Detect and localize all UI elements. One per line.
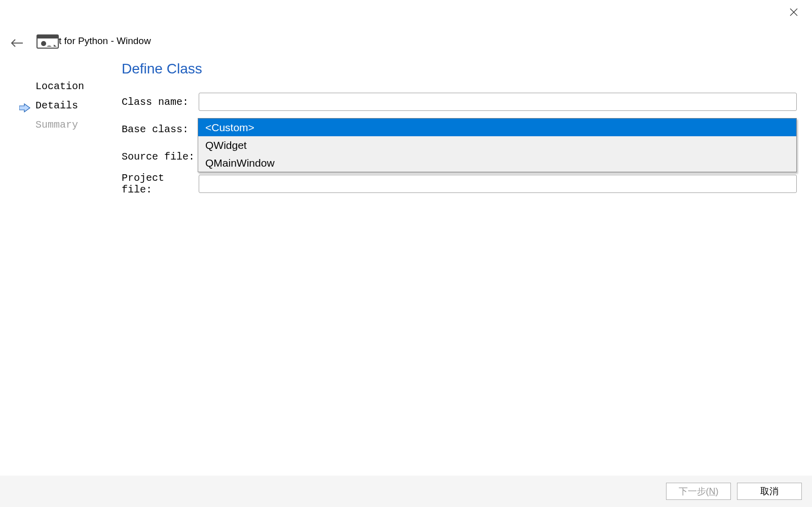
- sidebar-item-details[interactable]: Details: [35, 96, 112, 115]
- back-button[interactable]: [9, 35, 24, 51]
- svg-rect-4: [37, 35, 58, 38]
- sidebar-item-label: Summary: [35, 119, 78, 131]
- page-title: Define Class: [122, 61, 797, 77]
- next-button-suffix: ): [716, 486, 719, 497]
- dropdown-option-custom[interactable]: <Custom>: [198, 119, 796, 136]
- label-source-file: Source file:: [122, 151, 199, 163]
- close-icon: [790, 8, 798, 16]
- sidebar-item-location[interactable]: Location: [35, 77, 112, 96]
- row-class-name: Class name:: [122, 92, 797, 111]
- close-button[interactable]: [789, 7, 799, 17]
- footer-bar: 下一步(N) 取消: [0, 476, 812, 507]
- sidebar-item-label: Details: [35, 100, 78, 111]
- sidebar-item-summary: Summary: [35, 115, 112, 135]
- arrow-left-icon: [10, 38, 23, 48]
- label-project-file: Project file:: [122, 172, 199, 196]
- sidebar-item-label: Location: [35, 81, 84, 92]
- wizard-steps-sidebar: Location Details Summary: [35, 77, 112, 135]
- row-project-file: Project file:: [122, 174, 797, 193]
- input-project-file[interactable]: [199, 175, 797, 193]
- dropdown-option-qwidget[interactable]: QWidget: [198, 136, 796, 154]
- current-step-indicator-icon: [19, 100, 30, 109]
- svg-marker-7: [19, 104, 30, 112]
- label-class-name: Class name:: [122, 96, 199, 108]
- app-icon: [35, 33, 60, 50]
- next-button-prefix: 下一步(: [679, 485, 709, 497]
- next-button-key: N: [709, 486, 716, 497]
- wizard-title: t for Python - Window: [59, 35, 151, 47]
- base-class-dropdown[interactable]: <Custom> QWidget QMainWindow: [198, 118, 797, 172]
- dropdown-option-qmainwindow[interactable]: QMainWindow: [198, 154, 796, 172]
- svg-marker-6: [54, 45, 57, 47]
- label-base-class: Base class:: [122, 124, 199, 135]
- input-class-name[interactable]: [199, 93, 797, 111]
- dropdown-list: <Custom> QWidget QMainWindow: [198, 118, 797, 172]
- svg-point-5: [41, 41, 46, 46]
- cancel-button[interactable]: 取消: [737, 483, 802, 500]
- next-button[interactable]: 下一步(N): [666, 483, 731, 500]
